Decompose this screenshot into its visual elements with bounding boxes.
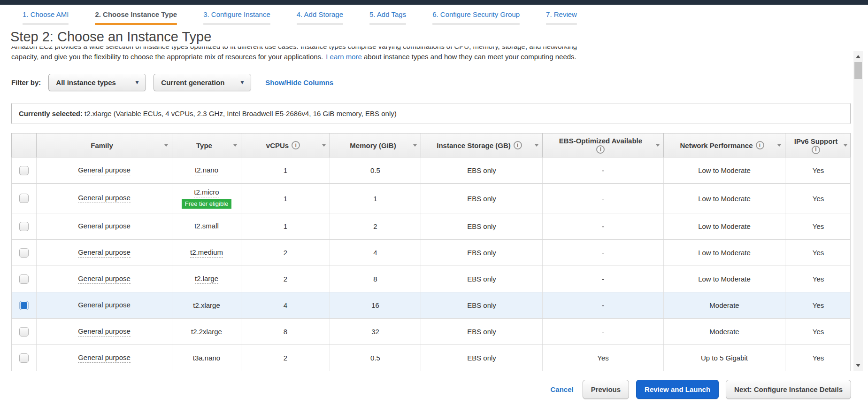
- table-row-t2-2xlarge[interactable]: General purposet2.2xlarge832EBS only-Mod…: [12, 319, 850, 345]
- family-link[interactable]: General purpose: [78, 222, 131, 231]
- col-header-vcpus[interactable]: vCPUsi: [241, 133, 330, 157]
- row-checkbox[interactable]: [19, 353, 29, 363]
- row-checkbox[interactable]: [19, 166, 29, 175]
- row-select-cell: [12, 157, 37, 183]
- sort-caret-icon[interactable]: [413, 144, 417, 149]
- instance-types-dropdown[interactable]: All instance types ▾: [48, 74, 146, 91]
- tab-configure-instance[interactable]: 3. Configure Instance: [198, 10, 276, 25]
- vcpus-cell: 2: [241, 345, 330, 371]
- info-icon[interactable]: i: [596, 145, 605, 154]
- generation-dropdown[interactable]: Current generation ▾: [154, 74, 251, 91]
- family-link[interactable]: General purpose: [78, 194, 131, 203]
- table-body: General purposet2.nano10.5EBS only-Low t…: [11, 157, 851, 371]
- scroll-down-icon[interactable]: [856, 364, 860, 367]
- family-link[interactable]: General purpose: [78, 301, 131, 310]
- table-row-t2-micro[interactable]: General purposet2.microFree tier eligibl…: [12, 184, 850, 213]
- instance-type-label[interactable]: t2.nano: [195, 166, 218, 175]
- vcpus-cell: 4: [241, 292, 330, 318]
- family-link[interactable]: General purpose: [78, 166, 131, 175]
- instance-type-label[interactable]: t2.micro: [194, 188, 219, 197]
- tab-review[interactable]: 7. Review: [540, 10, 583, 25]
- instance-type-label[interactable]: t2.xlarge: [193, 301, 220, 309]
- table-row-t2-nano[interactable]: General purposet2.nano10.5EBS only-Low t…: [12, 157, 850, 184]
- vertical-scrollbar[interactable]: [853, 51, 863, 371]
- instance-type-label[interactable]: t2.small: [194, 222, 219, 231]
- table-row-t2-large[interactable]: General purposet2.large28EBS only-Low to…: [12, 266, 850, 292]
- row-select-cell: [12, 345, 37, 371]
- next-configure-instance-button[interactable]: Next: Configure Instance Details: [726, 380, 851, 399]
- sort-caret-icon[interactable]: [233, 144, 237, 149]
- tab-choose-instance-type[interactable]: 2. Choose Instance Type: [89, 10, 183, 25]
- row-checkbox[interactable]: [19, 194, 29, 203]
- top-navbar: [0, 0, 868, 5]
- tab-label: 2. Choose Instance Type: [95, 10, 177, 19]
- row-checkbox[interactable]: [19, 222, 29, 231]
- storage-cell: EBS only: [421, 157, 543, 183]
- tab-configure-security-group[interactable]: 6. Configure Security Group: [427, 10, 525, 25]
- col-header-content: Network Performancei: [680, 141, 764, 149]
- learn-more-link[interactable]: Learn more: [326, 53, 362, 61]
- show-hide-columns-link[interactable]: Show/Hide Columns: [265, 78, 333, 86]
- row-select-cell: [12, 319, 37, 344]
- review-and-launch-button[interactable]: Review and Launch: [636, 380, 719, 399]
- table-row-t3a-nano[interactable]: General purposet3a.nano20.5EBS onlyYesUp…: [12, 345, 850, 371]
- tab-label: 4. Add Storage: [297, 10, 343, 19]
- col-header-content: Family: [91, 141, 113, 149]
- instance-type-label[interactable]: t2.large: [195, 274, 218, 284]
- description-text-after-link: about instance types and how they can me…: [364, 53, 576, 61]
- instance-type-label[interactable]: t3a.nano: [193, 354, 220, 362]
- info-icon[interactable]: i: [292, 141, 300, 149]
- family-link[interactable]: General purpose: [78, 248, 131, 258]
- cancel-link[interactable]: Cancel: [550, 385, 573, 393]
- family-link[interactable]: General purpose: [78, 274, 131, 284]
- table-row-t2-small[interactable]: General purposet2.small12EBS only-Low to…: [12, 213, 850, 240]
- memory-cell: 2: [330, 213, 421, 239]
- instance-type-label[interactable]: t2.2xlarge: [191, 328, 222, 336]
- family-link[interactable]: General purpose: [78, 327, 131, 337]
- col-header-content: EBS-Optimized Availablei: [559, 137, 642, 154]
- table-row-t2-medium[interactable]: General purposet2.medium24EBS only-Low t…: [12, 240, 850, 266]
- info-icon[interactable]: i: [756, 141, 764, 149]
- info-icon[interactable]: i: [812, 146, 820, 154]
- col-header-memory-gib[interactable]: Memory (GiB): [330, 133, 421, 157]
- col-header-ebs-optimized-available[interactable]: EBS-Optimized Availablei: [543, 133, 664, 157]
- col-header-content: Instance Storage (GB)i: [437, 141, 522, 149]
- tab-add-storage[interactable]: 4. Add Storage: [291, 10, 349, 25]
- row-select-cell: [12, 266, 37, 292]
- col-header-type[interactable]: Type: [172, 133, 241, 157]
- col-header-ipv6-support[interactable]: IPv6 Supporti: [785, 133, 851, 157]
- network-performance-cell: Low to Moderate: [664, 184, 785, 213]
- row-checkbox[interactable]: [19, 327, 29, 337]
- row-checkbox[interactable]: [19, 301, 29, 310]
- tab-choose-ami[interactable]: 1. Choose AMI: [17, 10, 74, 25]
- col-header-family[interactable]: Family: [37, 133, 172, 157]
- sort-caret-icon[interactable]: [844, 144, 847, 149]
- family-cell: General purpose: [37, 240, 172, 266]
- tab-add-tags[interactable]: 5. Add Tags: [364, 10, 412, 25]
- sort-caret-icon[interactable]: [164, 144, 168, 149]
- row-checkbox[interactable]: [19, 274, 29, 284]
- table-row-t2-xlarge[interactable]: General purposet2.xlarge416EBS only-Mode…: [12, 292, 850, 319]
- type-cell: t2.xlarge: [172, 292, 241, 318]
- scrollbar-thumb[interactable]: [854, 62, 862, 79]
- sort-caret-icon[interactable]: [777, 144, 781, 149]
- row-select-cell: [12, 292, 37, 318]
- description-line1-clipped: Amazon EC2 provides a wide selection of …: [11, 47, 854, 51]
- vcpus-cell: 2: [241, 266, 330, 292]
- sort-caret-icon[interactable]: [322, 144, 326, 149]
- chevron-down-icon: ▾: [136, 80, 139, 85]
- col-header-instance-storage-gb[interactable]: Instance Storage (GB)i: [421, 133, 543, 157]
- row-checkbox[interactable]: [19, 248, 29, 258]
- ipv6-support-cell: Yes: [785, 240, 851, 266]
- sort-caret-icon[interactable]: [656, 144, 660, 149]
- info-icon[interactable]: i: [514, 141, 522, 149]
- instance-type-label[interactable]: t2.medium: [190, 248, 223, 258]
- storage-cell: EBS only: [421, 292, 543, 318]
- family-link[interactable]: General purpose: [78, 353, 131, 363]
- sort-caret-icon[interactable]: [535, 144, 538, 149]
- network-performance-cell: Low to Moderate: [664, 266, 785, 292]
- previous-button[interactable]: Previous: [583, 380, 629, 399]
- ebs-optimized-cell: -: [543, 319, 664, 344]
- scroll-up-icon[interactable]: [856, 55, 860, 58]
- col-header-network-performance[interactable]: Network Performancei: [664, 133, 785, 157]
